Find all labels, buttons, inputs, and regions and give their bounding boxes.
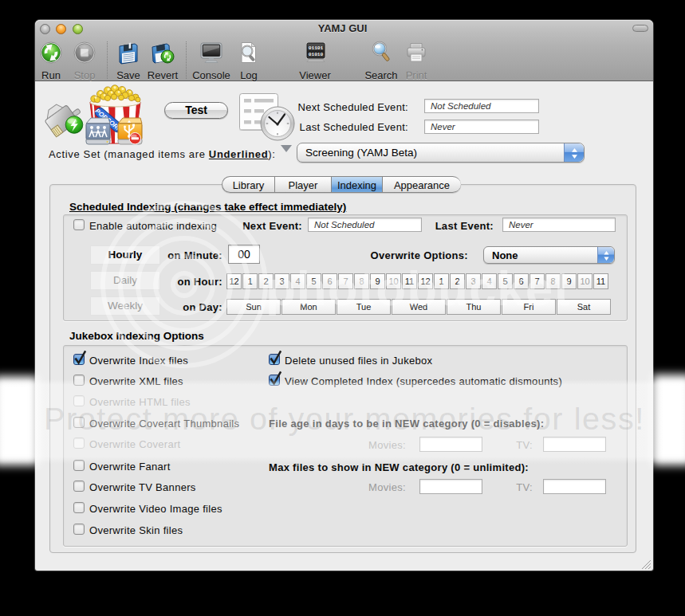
svg-text:01101: 01101 [309, 45, 324, 51]
svg-text:01010: 01010 [309, 52, 324, 57]
